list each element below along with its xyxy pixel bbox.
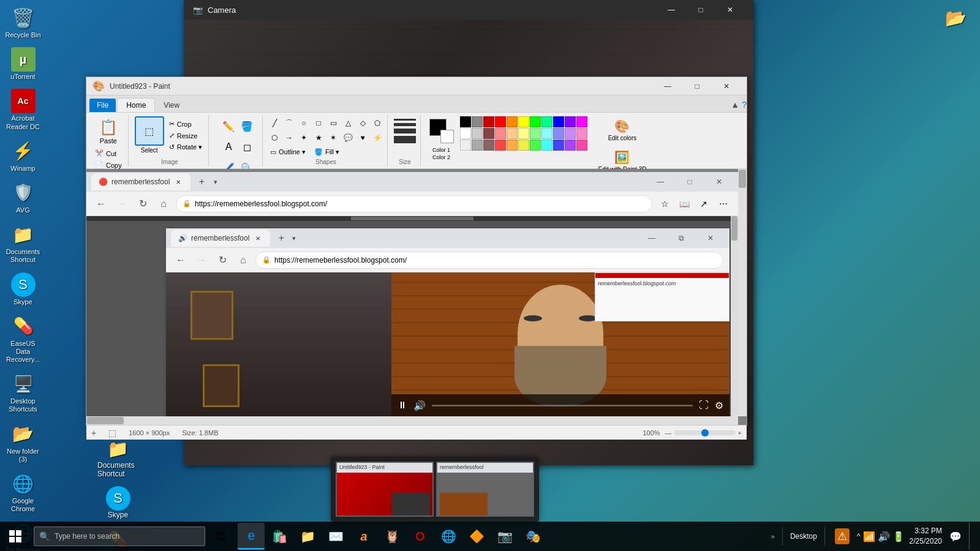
outer-reading-icon[interactable]: 📖 bbox=[676, 195, 693, 212]
paint-titlebar[interactable]: 🎨 Untitled923 - Paint — □ ✕ bbox=[86, 77, 747, 96]
select-button[interactable]: ⬚ bbox=[135, 116, 164, 146]
paint-tab-home[interactable]: Home bbox=[117, 98, 155, 112]
shape-star6[interactable]: ✶ bbox=[326, 131, 340, 144]
outer-bookmark-icon[interactable]: ☆ bbox=[656, 195, 673, 212]
color-rose-brown[interactable] bbox=[483, 140, 494, 151]
inner-chrome-url-bar[interactable]: 🔒 https://rememeberlessfool.blogspot.com… bbox=[255, 252, 723, 269]
preview-chrome[interactable]: rememberlessfool bbox=[436, 462, 534, 517]
color-gray1[interactable] bbox=[472, 116, 483, 127]
fill-dropdown-button[interactable]: 🪣 Fill ▾ bbox=[312, 147, 342, 157]
paint-zoom-thumb[interactable] bbox=[701, 429, 709, 437]
color-green-bright[interactable] bbox=[530, 116, 541, 127]
color-near-white[interactable] bbox=[460, 140, 471, 151]
taskbar-explorer-button[interactable]: 📁 bbox=[294, 523, 321, 550]
inner-chrome-home-button[interactable]: ⌂ bbox=[235, 252, 252, 269]
outer-scroll-thumb[interactable] bbox=[351, 217, 473, 220]
taskbar-clock[interactable]: 3:32 PM 2/25/2020 bbox=[910, 526, 942, 547]
color-royal-blue[interactable] bbox=[553, 140, 564, 151]
paint-canvas[interactable]: 🔴 rememberlessfool ✕ + ▾ — □ ✕ ← → bbox=[86, 169, 747, 425]
size-line-1[interactable] bbox=[394, 119, 416, 121]
desktop-icon-desktop-shortcuts[interactable]: 🖥️ Desktop Shortcuts bbox=[2, 369, 45, 416]
desktop-icon-google-chrome[interactable]: 🌐 Google Chrome bbox=[2, 469, 45, 515]
color-black[interactable] bbox=[460, 116, 471, 127]
inner-chrome-tab-dropdown[interactable]: ▾ bbox=[292, 234, 296, 242]
paint-add-button[interactable]: + bbox=[91, 428, 96, 438]
color-light-orange[interactable] bbox=[507, 140, 518, 151]
paint-tab-view[interactable]: View bbox=[155, 99, 188, 112]
desktop-icon-recycle-bin[interactable]: 🗑️ Recycle Bin bbox=[2, 3, 45, 42]
shape-star4[interactable]: ✦ bbox=[297, 131, 311, 144]
color-lt-green[interactable] bbox=[530, 128, 541, 139]
color-peach[interactable] bbox=[507, 128, 518, 139]
paint-hscroll[interactable] bbox=[86, 416, 738, 425]
tray-battery-icon[interactable]: 🔋 bbox=[892, 531, 905, 542]
color-lt-yellow[interactable] bbox=[518, 128, 529, 139]
outer-more-icon[interactable]: ⋯ bbox=[715, 195, 732, 212]
paint-zoom-in-button[interactable]: + bbox=[738, 429, 742, 437]
taskbar-extra-button[interactable]: 🎭 bbox=[519, 523, 546, 550]
camera-maximize-button[interactable]: □ bbox=[687, 0, 715, 20]
preview-paint[interactable]: Untitled923 - Paint bbox=[336, 462, 434, 517]
video-volume-button[interactable]: 🔊 bbox=[413, 400, 426, 411]
taskbar-mail-button[interactable]: ✉️ bbox=[322, 523, 349, 550]
taskbar-vlc-button[interactable]: 🔶 bbox=[463, 523, 490, 550]
color-lt-blue[interactable] bbox=[553, 128, 564, 139]
outer-chrome-back-button[interactable]: ← bbox=[92, 195, 110, 212]
paste-button[interactable]: 📋 Paste bbox=[96, 116, 121, 147]
outer-chrome-minimize[interactable]: — bbox=[646, 172, 674, 192]
outer-chrome-close[interactable]: ✕ bbox=[705, 172, 733, 192]
size-line-3[interactable] bbox=[394, 129, 416, 133]
taskbar-camera-button[interactable]: 📷 bbox=[491, 523, 518, 550]
paint-zoom-slider[interactable] bbox=[674, 430, 736, 435]
paint-vscroll-thumb[interactable] bbox=[739, 170, 746, 188]
outer-chrome-refresh-button[interactable]: ↻ bbox=[134, 195, 151, 212]
eraser-tool[interactable]: ◻ bbox=[237, 137, 257, 157]
color-yellow[interactable] bbox=[518, 116, 529, 127]
resize-button[interactable]: ⤢ Resize bbox=[167, 130, 205, 141]
color-purple[interactable] bbox=[565, 116, 576, 127]
outer-chrome-url-bar[interactable]: 🔒 https://rememeberlessfool.blogspot.com… bbox=[176, 195, 652, 212]
color-pink[interactable] bbox=[495, 128, 506, 139]
taskbar-opera-button[interactable]: O bbox=[407, 523, 434, 550]
desktop-icon-easeus[interactable]: 💊 EaseUS Data Recovery... bbox=[2, 312, 45, 367]
tray-network-icon[interactable]: 📶 bbox=[863, 531, 875, 542]
paint-minimize-button[interactable]: — bbox=[654, 77, 682, 96]
taskbar-store-button[interactable]: 🛍️ bbox=[266, 523, 293, 550]
taskbar-search[interactable]: 🔍 Type here to search bbox=[34, 527, 205, 546]
color-teal[interactable] bbox=[541, 116, 552, 127]
video-more-button[interactable]: ⚙ bbox=[715, 400, 723, 411]
color-blue[interactable] bbox=[553, 116, 564, 127]
inner-chrome-minimize[interactable]: — bbox=[638, 228, 666, 248]
camera-titlebar[interactable]: 📷 Camera — □ ✕ bbox=[184, 0, 753, 20]
outline-button[interactable]: ▭ Outline ▾ bbox=[268, 147, 308, 157]
outer-share-icon[interactable]: ↗ bbox=[695, 195, 712, 212]
camera-minimize-button[interactable]: — bbox=[657, 0, 685, 20]
paint-zoom-out-button[interactable]: — bbox=[665, 429, 672, 437]
taskbar-notification-center-button[interactable]: 💬 bbox=[947, 523, 964, 550]
edit-colors-button[interactable]: 🎨 Edit colors bbox=[595, 116, 650, 144]
inner-chrome-forward-button[interactable]: → bbox=[193, 252, 210, 269]
taskbar-notification-icon[interactable]: ⚠ bbox=[832, 523, 852, 550]
color-lightgray[interactable] bbox=[472, 128, 483, 139]
outer-chrome-maximize[interactable]: □ bbox=[676, 172, 704, 192]
color-hot-pink[interactable] bbox=[576, 140, 587, 151]
desktop-icon-winamp[interactable]: ⚡ Winamp bbox=[2, 137, 45, 175]
color-white[interactable] bbox=[460, 128, 471, 139]
text-tool[interactable]: A bbox=[219, 137, 238, 157]
outer-vscroll-thumb[interactable] bbox=[731, 216, 737, 241]
outer-chrome-new-tab-button[interactable]: + bbox=[193, 173, 210, 190]
shape-callout[interactable]: 💬 bbox=[341, 131, 355, 144]
shape-star5[interactable]: ★ bbox=[312, 131, 325, 144]
taskbar-overflow-button[interactable]: » bbox=[771, 533, 775, 540]
shape-heart[interactable]: ♥ bbox=[356, 131, 369, 144]
shape-triangle[interactable]: △ bbox=[341, 116, 355, 130]
color-brown[interactable] bbox=[483, 128, 494, 139]
paint-help-icon[interactable]: ? bbox=[742, 100, 747, 110]
crop-button[interactable]: ✂ Crop bbox=[167, 119, 205, 129]
video-pause-button[interactable]: ⏸ bbox=[398, 400, 407, 411]
desktop-icon-documents[interactable]: 📁 Documents Shortcut bbox=[2, 220, 45, 266]
paint-maximize-button[interactable]: □ bbox=[683, 77, 711, 96]
color-orange[interactable] bbox=[507, 116, 518, 127]
color2-swatch[interactable] bbox=[440, 130, 454, 143]
shape-round-rect[interactable]: ▭ bbox=[326, 116, 340, 130]
